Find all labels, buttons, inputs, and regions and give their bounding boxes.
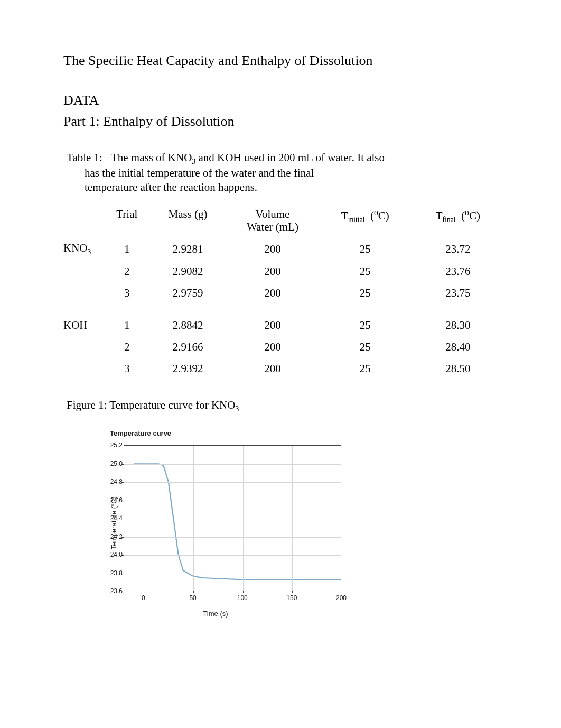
- table1-caption-line1b: and KOH used in 200 mL of water. It also: [195, 151, 385, 164]
- ytick-label: 24.0: [100, 551, 123, 558]
- chart-plot-area: [124, 445, 341, 591]
- cell: 200: [228, 358, 317, 380]
- figure1-caption: Figure 1: Temperature curve for KNO3: [63, 399, 503, 413]
- table1-header-row: Trial Mass (g) Volume Water (mL) Tinitia…: [63, 204, 503, 237]
- cell: 23.75: [413, 282, 503, 304]
- cell: 200: [228, 237, 317, 261]
- cell: 25: [317, 315, 413, 336]
- cell: 2: [106, 336, 148, 358]
- group-label: [63, 358, 106, 380]
- chart-ylabel: Temperature (°C): [110, 496, 118, 549]
- xtick-label: 200: [336, 594, 347, 602]
- col-tinitial: Tinitial (oC): [317, 204, 413, 237]
- cell: 3: [106, 358, 148, 380]
- cell: 2.9392: [148, 358, 227, 380]
- table-row: KOH12.88422002528.30: [63, 315, 503, 336]
- chart-line: [124, 446, 341, 591]
- cell: 200: [228, 261, 317, 282]
- ytick-label: 23.8: [100, 569, 123, 577]
- xtick-label: 50: [189, 594, 196, 602]
- cell: 2: [106, 261, 148, 282]
- part1-heading: Part 1: Enthalpy of Dissolution: [63, 114, 503, 130]
- group-label: [63, 282, 106, 304]
- cell: 25: [317, 358, 413, 380]
- table1-caption-line2: has the initial temperature of the water…: [67, 166, 434, 180]
- cell: 23.76: [413, 261, 503, 282]
- table-row: 22.91662002528.40: [63, 336, 503, 358]
- cell: 1: [106, 315, 148, 336]
- col-volume-line1: Volume: [255, 208, 289, 220]
- cell: 28.30: [413, 315, 503, 336]
- cell: 25: [317, 336, 413, 358]
- group-label: KNO3: [63, 237, 106, 261]
- cell: 2.9166: [148, 336, 227, 358]
- xtick-label: 150: [286, 594, 297, 602]
- cell: 28.40: [413, 336, 503, 358]
- table-row: 32.97592002523.75: [63, 282, 503, 304]
- ytick-label: 24.6: [100, 496, 123, 504]
- figure1-chart: Temperature curve Temperature (°C) Time …: [83, 425, 348, 621]
- table1-caption-line1a: The mass of KNO: [111, 151, 192, 164]
- cell: 25: [317, 237, 413, 261]
- cell: 2.9281: [148, 237, 227, 261]
- col-trial: Trial: [106, 204, 148, 237]
- cell: 23.72: [413, 237, 503, 261]
- col-volume-line2: Water (mL): [247, 220, 298, 233]
- table1: Trial Mass (g) Volume Water (mL) Tinitia…: [63, 204, 503, 380]
- group-label: KOH: [63, 315, 106, 336]
- group-label: [63, 261, 106, 282]
- xtick-label: 0: [142, 594, 145, 602]
- cell: 2.9082: [148, 261, 227, 282]
- cell: 1: [106, 237, 148, 261]
- col-mass: Mass (g): [148, 204, 227, 237]
- cell: 25: [317, 261, 413, 282]
- figure1-caption-sub: 3: [235, 405, 239, 413]
- cell: 2.8842: [148, 315, 227, 336]
- xtick-label: 100: [237, 594, 248, 602]
- cell: 28.50: [413, 358, 503, 380]
- table-row: 22.90822002523.76: [63, 261, 503, 282]
- table-row: KNO312.92812002523.72: [63, 237, 503, 261]
- cell: 2.9759: [148, 282, 227, 304]
- chart-title: Temperature curve: [110, 429, 171, 437]
- ytick-label: 23.6: [100, 587, 123, 595]
- figure1-caption-text: Figure 1: Temperature curve for KNO: [67, 399, 235, 411]
- cell: 3: [106, 282, 148, 304]
- cell: 200: [228, 315, 317, 336]
- ytick-label: 25.0: [100, 460, 123, 467]
- table1-caption-line3: temperature after the reaction happens.: [67, 180, 434, 194]
- col-tfinal: Tfinal (oC): [413, 204, 503, 237]
- data-heading: DATA: [63, 93, 503, 108]
- ytick-label: 24.2: [100, 533, 123, 540]
- cell: 200: [228, 336, 317, 358]
- group-label: [63, 336, 106, 358]
- chart-series-line: [134, 464, 341, 580]
- ytick-label: 24.4: [100, 514, 123, 522]
- table1-caption-label: Table 1:: [67, 151, 102, 164]
- cell: 200: [228, 282, 317, 304]
- cell: 25: [317, 282, 413, 304]
- ytick-label: 24.8: [100, 478, 123, 485]
- page-title: The Specific Heat Capacity and Enthalpy …: [63, 53, 503, 69]
- table1-caption: Table 1:The mass of KNO3 and KOH used in…: [63, 151, 503, 194]
- ytick-label: 25.2: [100, 441, 123, 449]
- col-volume: Volume Water (mL): [228, 204, 317, 237]
- chart-xlabel: Time (s): [203, 610, 228, 618]
- table-row: 32.93922002528.50: [63, 358, 503, 380]
